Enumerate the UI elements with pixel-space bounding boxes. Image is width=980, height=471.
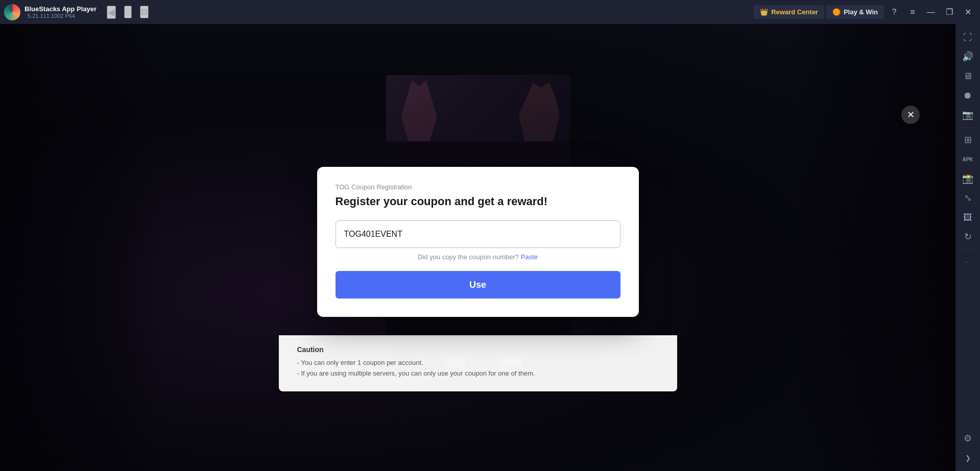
titlebar: BlueStacks App Player 5.21.111.1002 P64 …: [0, 0, 980, 24]
use-button[interactable]: Use: [336, 271, 620, 299]
titlebar-nav: ◀ ⌂ ⧉: [107, 6, 149, 19]
caution-title: Caution: [297, 345, 659, 354]
app-logo: [4, 4, 20, 20]
more-icon[interactable]: ···: [959, 253, 977, 271]
sound-icon[interactable]: 🔊: [959, 47, 977, 66]
help-button[interactable]: ?: [886, 4, 902, 20]
main-content: ID : 12000800056804 Copy Server: S8 Sele…: [0, 24, 955, 471]
coin-icon: 🟠: [832, 8, 841, 16]
camera-icon[interactable]: 📸: [959, 169, 977, 188]
resize-icon[interactable]: ⤡: [959, 189, 977, 207]
app-version: 5.21.111.1002 P64: [28, 13, 97, 19]
reward-center-button[interactable]: 👑 Reward Center: [754, 5, 824, 19]
dialog-subtitle: TOG Coupon Registration: [336, 183, 620, 191]
paste-link[interactable]: Paste: [521, 253, 538, 261]
titlebar-right: 👑 Reward Center 🟠 Play & Win ? ≡ — ❐ ✕: [754, 4, 980, 20]
screenshot-icon[interactable]: 📷: [959, 106, 977, 124]
dialog-close-button[interactable]: ✕: [901, 106, 920, 124]
expand-icon[interactable]: ⛶: [959, 28, 977, 46]
minimize-button[interactable]: —: [923, 4, 939, 20]
back-button[interactable]: ◀: [107, 6, 116, 19]
close-button[interactable]: ✕: [960, 4, 976, 20]
restore-button[interactable]: ❐: [941, 4, 958, 20]
sidebar-divider-1: [961, 127, 975, 128]
play-win-button[interactable]: 🟠 Play & Win: [826, 5, 884, 19]
caution-line-2: - If you are using multiple servers, you…: [297, 368, 659, 379]
menu-button[interactable]: ≡: [904, 4, 921, 20]
settings-icon[interactable]: ⚙: [959, 429, 977, 448]
multi-icon[interactable]: ⊞: [959, 131, 977, 149]
caution-text: - You can only enter 1 coupon per accoun…: [297, 358, 659, 379]
record-icon[interactable]: ⏺: [959, 86, 977, 105]
home-button[interactable]: ⌂: [124, 6, 132, 18]
rotate-icon[interactable]: ↻: [959, 228, 977, 246]
gallery-icon[interactable]: 🖼: [959, 208, 977, 227]
right-sidebar: ⛶ 🔊 🖥 ⏺ 📷 ⊞ APK 📸 ⤡ 🖼 ↻ ··· ⚙ ❯: [955, 24, 980, 471]
apk-icon[interactable]: APK: [959, 150, 977, 168]
sidebar-divider-2: [961, 249, 975, 250]
app-name: BlueStacks App Player: [25, 5, 97, 13]
paste-hint: Did you copy the coupon number? Paste: [336, 253, 620, 261]
crown-icon: 👑: [760, 8, 768, 16]
tabs-button[interactable]: ⧉: [140, 6, 149, 18]
coupon-input[interactable]: [336, 220, 620, 248]
play-win-label: Play & Win: [844, 8, 878, 16]
dialog-title: Register your coupon and get a reward!: [336, 195, 620, 208]
reward-center-label: Reward Center: [771, 8, 818, 16]
sidebar-arrow-icon[interactable]: ❯: [959, 449, 977, 467]
caution-line-1: - You can only enter 1 coupon per accoun…: [297, 358, 659, 368]
coupon-dialog: TOG Coupon Registration Register your co…: [317, 167, 639, 317]
screen-icon[interactable]: 🖥: [959, 67, 977, 85]
caution-section: Caution - You can only enter 1 coupon pe…: [279, 335, 677, 391]
